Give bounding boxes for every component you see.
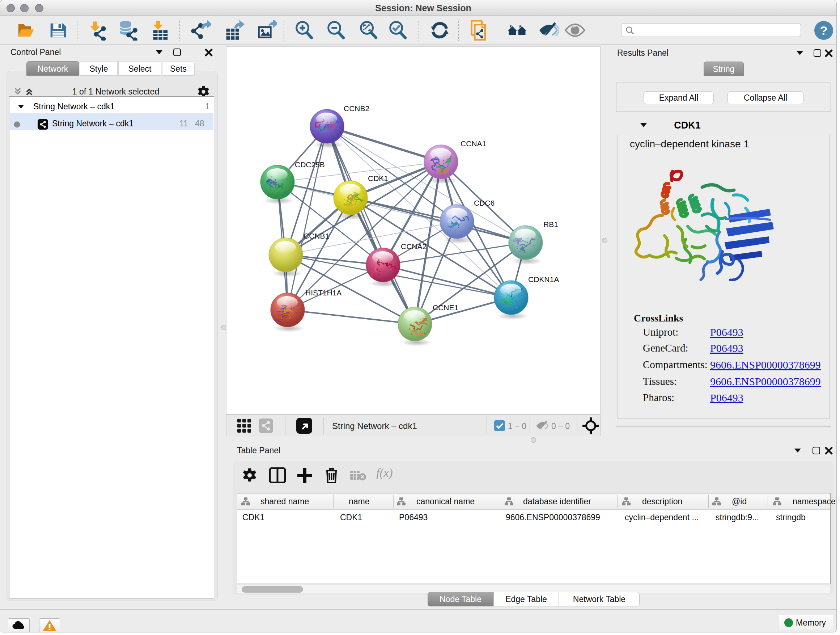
svg-text:CCNB1: CCNB1 (303, 232, 329, 240)
svg-text:CCNB2: CCNB2 (344, 104, 369, 112)
svg-text:CDK1: CDK1 (368, 174, 388, 182)
svg-text:CCNA2: CCNA2 (401, 242, 426, 250)
svg-text:CCNE1: CCNE1 (433, 303, 458, 312)
svg-text:RB1: RB1 (543, 220, 558, 228)
svg-text:CDC6: CDC6 (474, 199, 494, 207)
svg-text:CCNA1: CCNA1 (461, 139, 486, 148)
svg-text:HIST1H1A: HIST1H1A (305, 288, 341, 297)
svg-text:CDKN1A: CDKN1A (528, 275, 559, 283)
svg-text:CDC25B: CDC25B (295, 160, 325, 169)
